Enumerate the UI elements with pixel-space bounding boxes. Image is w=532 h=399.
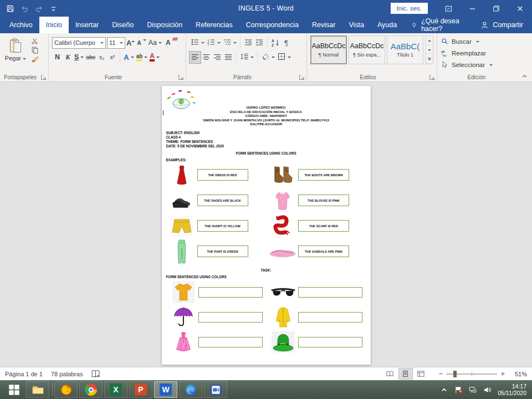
styles-more-icon[interactable]	[426, 54, 433, 64]
replace-button[interactable]: abac Reemplazar	[441, 47, 513, 59]
styles-dialog-launcher-icon[interactable]	[429, 74, 435, 80]
tab-ayuda[interactable]: Ayuda	[371, 17, 403, 33]
scarf-red-image[interactable]	[267, 214, 298, 238]
restore-button[interactable]	[484, 0, 508, 17]
print-layout-view-icon[interactable]	[399, 369, 412, 379]
clear-formatting-button[interactable]: A	[163, 37, 173, 49]
show-formatting-marks-icon[interactable]: ¶	[281, 37, 292, 49]
underline-button[interactable]: S	[73, 52, 85, 63]
sign-in-button[interactable]: Inic. ses.	[391, 3, 428, 14]
taskbar-app-firefox[interactable]	[54, 381, 78, 398]
answer-box[interactable]	[298, 337, 362, 347]
sentence-box[interactable]: THE SHORT IS YELLOW	[197, 220, 248, 232]
select-button[interactable]: Seleccionar	[441, 59, 513, 70]
zoom-slider[interactable]	[446, 374, 497, 375]
action-center-flag-icon[interactable]	[454, 386, 463, 394]
taskbar-app-explorer[interactable]	[26, 381, 49, 398]
tshirt-yellow-image[interactable]	[168, 281, 198, 303]
ribbon-display-options-icon[interactable]	[437, 0, 461, 17]
boots-brown-image[interactable]	[267, 165, 298, 186]
answer-box[interactable]	[198, 337, 263, 347]
redo-icon[interactable]	[35, 4, 43, 13]
tell-me-box[interactable]: ¿Qué desea hacer?	[411, 17, 472, 33]
tab-archivo[interactable]: Archivo	[3, 17, 39, 33]
dress-pink-image[interactable]	[168, 330, 198, 354]
hat-green-image[interactable]	[268, 331, 298, 352]
zoom-level[interactable]: 51%	[508, 371, 527, 377]
web-layout-view-icon[interactable]	[415, 369, 428, 379]
numbering-button[interactable]: 123	[206, 37, 222, 49]
increase-indent-icon[interactable]	[254, 37, 265, 49]
style-card-normal[interactable]: AaBbCcDc¶ Normal	[310, 35, 347, 64]
customize-quick-access-icon[interactable]	[49, 4, 58, 13]
format-painter-icon[interactable]	[30, 54, 40, 63]
save-icon[interactable]	[6, 4, 14, 13]
shorts-yellow-image[interactable]	[166, 216, 197, 237]
raincoat-yellow-image[interactable]	[268, 305, 298, 329]
styles-scroll-up-icon[interactable]	[426, 36, 433, 45]
highlight-color-button[interactable]: ab	[135, 52, 149, 63]
styles-scroll-down-icon[interactable]	[426, 45, 433, 55]
undo-icon[interactable]	[21, 4, 29, 13]
paragraph-dialog-launcher-icon[interactable]	[299, 74, 305, 80]
close-button[interactable]	[508, 0, 532, 17]
minimize-button[interactable]	[461, 0, 484, 17]
network-icon[interactable]	[469, 386, 477, 394]
align-right-icon[interactable]	[212, 52, 223, 63]
volume-icon[interactable]	[483, 386, 492, 394]
strikethrough-button[interactable]: abc	[85, 52, 96, 63]
zoom-out-button[interactable]: −	[436, 370, 447, 378]
taskbar-app-zoomapp[interactable]	[204, 381, 227, 398]
read-mode-view-icon[interactable]	[383, 369, 397, 379]
document-page[interactable]: ISIDRO LÓPEZ BERMEOESCUELA DE EDUCACIÓN …	[162, 86, 371, 365]
show-hidden-icons-icon[interactable]	[440, 386, 448, 394]
sort-icon[interactable]: AZ	[270, 37, 281, 49]
zoom-slider-thumb[interactable]	[453, 371, 457, 377]
tab-disposición[interactable]: Disposición	[140, 17, 189, 33]
borders-button[interactable]	[276, 52, 292, 63]
grow-font-button[interactable]: A	[125, 37, 136, 49]
document-area[interactable]: ISIDRO LÓPEZ BERMEOESCUELA DE EDUCACIÓN …	[0, 82, 532, 367]
taskbar-app-chrome[interactable]	[79, 381, 103, 398]
shoes-black-image[interactable]	[166, 192, 197, 209]
font-name-select[interactable]: Calibri (Cuerpo	[52, 37, 106, 49]
sentence-box[interactable]: THE DRESS IS RED	[197, 169, 248, 181]
answer-box[interactable]	[298, 287, 362, 298]
shading-button[interactable]	[260, 52, 276, 63]
school-logo-image[interactable]	[165, 88, 198, 112]
answer-box[interactable]	[198, 312, 263, 323]
text-effects-button[interactable]: A	[122, 52, 135, 63]
sentence-box[interactable]: THE BLOUSE IS PINK	[298, 195, 349, 206]
tab-diseño[interactable]: Diseño	[105, 17, 140, 33]
page-indicator[interactable]: Página 1 de 1	[5, 371, 43, 377]
decrease-indent-icon[interactable]	[243, 37, 254, 49]
umbrella-purple-image[interactable]	[168, 305, 198, 329]
align-center-icon[interactable]	[201, 52, 212, 63]
dress-red-image[interactable]	[166, 164, 197, 186]
change-case-button[interactable]: Aa	[147, 37, 163, 49]
styles-scroll-strip[interactable]	[425, 35, 433, 64]
share-button[interactable]: Compartir	[472, 17, 532, 33]
taskbar-clock[interactable]: 14:17 05/11/2020	[498, 383, 526, 396]
tab-insertar[interactable]: Insertar	[69, 17, 105, 33]
clipboard-dialog-launcher-icon[interactable]	[40, 74, 47, 80]
sunglasses-black-image[interactable]	[268, 286, 298, 298]
sandals-pink-image[interactable]	[267, 244, 298, 259]
sentence-box[interactable]: THE SCARF IS RED	[298, 220, 349, 232]
taskbar-app-excel[interactable]: X	[104, 381, 127, 398]
sentence-box[interactable]: THE PANT IS GREEN	[197, 245, 248, 257]
proofing-status-icon[interactable]	[91, 369, 100, 378]
align-justify-icon[interactable]	[223, 52, 234, 63]
start-button[interactable]	[3, 381, 24, 398]
tab-revisar[interactable]: Revisar	[305, 17, 342, 33]
tab-correspondencia[interactable]: Correspondencia	[239, 17, 305, 33]
paste-button[interactable]: Pegar	[3, 35, 28, 64]
taskbar-app-word[interactable]: W	[154, 381, 177, 398]
style-card-título-1[interactable]: AaBbC(Título 1	[387, 35, 423, 64]
taskbar-app-powerpoint[interactable]: P	[129, 381, 152, 398]
italic-button[interactable]: K	[63, 52, 73, 63]
tab-vista[interactable]: Vista	[342, 17, 371, 33]
subscript-button[interactable]: x₂	[96, 52, 107, 63]
multilevel-list-button[interactable]	[222, 37, 238, 49]
sentence-box[interactable]: THE SHOES ARE BLACK	[197, 195, 248, 206]
